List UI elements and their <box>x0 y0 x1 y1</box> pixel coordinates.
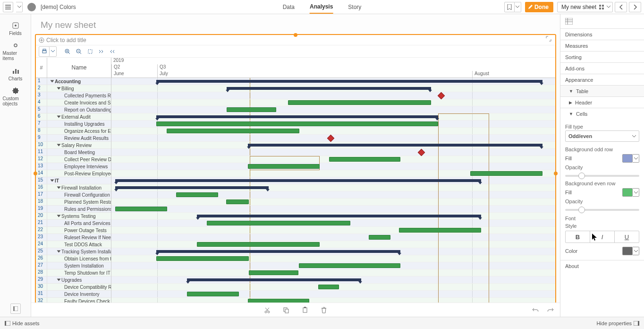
grid-row[interactable]: 15IT <box>36 177 111 184</box>
grid-row[interactable]: 14Post-Review Employee Info <box>36 170 111 177</box>
task-bar[interactable] <box>318 285 339 289</box>
gantt-object[interactable]: Click to add title # <box>35 34 556 313</box>
col-header-name[interactable]: Name <box>47 58 111 78</box>
fill-type-select[interactable]: Odd/even <box>565 130 639 142</box>
grid-row[interactable]: 13Employee Interviews <box>36 163 111 170</box>
grid-row[interactable]: 30Device Compatibility Review <box>36 284 111 291</box>
cut-button[interactable] <box>263 305 272 315</box>
timeline-row[interactable] <box>111 269 555 277</box>
prev-sheet-button[interactable] <box>615 2 627 12</box>
summary-bar[interactable] <box>156 80 542 83</box>
task-bar[interactable] <box>156 121 438 126</box>
section-header[interactable]: ▶Header <box>560 96 644 108</box>
timeline-row[interactable] <box>111 206 555 213</box>
summary-bar[interactable] <box>187 278 361 281</box>
grid-row[interactable]: 6External Audit <box>36 113 111 121</box>
redo-button[interactable] <box>546 305 555 315</box>
grid-row[interactable]: 21All Ports and Services Test <box>36 220 111 227</box>
grid-row[interactable]: 8Organize Access for External <box>36 128 111 135</box>
font-color-picker[interactable] <box>622 247 639 255</box>
delete-button[interactable] <box>319 305 329 315</box>
summary-bar[interactable] <box>115 186 269 189</box>
grid-row[interactable]: 23Ruleset Review If Needed <box>36 234 111 241</box>
summary-bar[interactable] <box>197 215 481 217</box>
summary-bar[interactable] <box>156 250 400 253</box>
copy-button[interactable] <box>281 305 291 315</box>
summary-bar[interactable] <box>115 179 481 182</box>
task-bar[interactable] <box>176 192 218 197</box>
grid-row[interactable]: 27System Installation <box>36 262 111 269</box>
task-bar[interactable] <box>470 171 542 176</box>
print-dropdown[interactable] <box>50 47 56 56</box>
sheet-selector[interactable]: My new sheet <box>557 2 613 12</box>
section-appearance[interactable]: Appearance <box>560 74 644 85</box>
sheet-title[interactable]: My new sheet <box>31 14 560 34</box>
section-cells[interactable]: ▼Cells <box>560 108 644 119</box>
timeline-row[interactable] <box>111 234 555 241</box>
rail-fields[interactable]: Fields <box>3 18 28 39</box>
zoom-out-button[interactable] <box>74 47 84 56</box>
fit-button[interactable] <box>85 47 95 56</box>
summary-bar[interactable] <box>227 87 431 90</box>
expand-button[interactable] <box>546 36 553 43</box>
even-opacity-slider[interactable] <box>565 209 639 211</box>
undo-button[interactable] <box>531 305 540 315</box>
grid-row[interactable]: 9Review Audit Results <box>36 135 111 142</box>
task-bar[interactable] <box>207 221 350 225</box>
grid-row[interactable]: 25Tracking System Installation <box>36 248 111 255</box>
grid-row[interactable]: 2Billing <box>36 85 111 92</box>
task-bar[interactable] <box>248 164 320 169</box>
task-bar[interactable] <box>187 292 239 296</box>
bookmark-dropdown[interactable] <box>515 2 521 12</box>
grid-row[interactable]: 11Board Meeting <box>36 149 111 156</box>
timeline-row[interactable] <box>111 199 555 206</box>
grid-row[interactable]: 17Firewall Configuration <box>36 191 111 199</box>
bold-button[interactable]: B <box>566 231 590 242</box>
grid-row[interactable]: 5Report on Outstanding Collections <box>36 106 111 113</box>
bookmark-button[interactable] <box>504 2 515 12</box>
rail-custom-objects[interactable]: Custom objects <box>3 86 28 107</box>
grid-row[interactable]: 16Firewall Installation <box>36 184 111 191</box>
object-title-bar[interactable]: Click to add title <box>36 35 555 45</box>
section-addons[interactable]: Add-ons <box>560 62 644 74</box>
menu-dropdown[interactable] <box>16 2 23 12</box>
summary-bar[interactable] <box>248 144 542 147</box>
task-bar[interactable] <box>369 235 390 240</box>
task-bar[interactable] <box>197 242 320 247</box>
summary-bar[interactable] <box>156 115 438 118</box>
grid-row[interactable]: 10Salary Review <box>36 142 111 149</box>
task-bar[interactable] <box>288 100 431 105</box>
done-button[interactable]: Done <box>525 2 553 12</box>
odd-opacity-slider[interactable] <box>565 175 639 177</box>
grid-row[interactable]: 19Rules and Permissions Assigned <box>36 206 111 213</box>
grid-row[interactable]: 20Systems Testing <box>36 213 111 220</box>
rail-collapse[interactable] <box>10 303 21 314</box>
odd-color-picker[interactable] <box>622 154 639 163</box>
gantt-timeline[interactable]: 2019 Q2Q3JuneJulyAugust <box>111 58 555 312</box>
task-bar[interactable] <box>329 157 400 162</box>
task-bar[interactable] <box>399 228 481 233</box>
timeline-row[interactable] <box>111 106 555 113</box>
task-bar[interactable] <box>299 263 400 268</box>
collapse-all-button[interactable] <box>108 47 118 56</box>
section-about[interactable]: About <box>560 260 644 271</box>
rail-charts[interactable]: Charts <box>3 63 28 84</box>
grid-row[interactable]: 7Installing Upgrades <box>36 121 111 128</box>
task-bar[interactable] <box>167 129 299 133</box>
timeline-row[interactable] <box>111 227 555 234</box>
grid-row[interactable]: 29Upgrades <box>36 277 111 284</box>
timeline-row[interactable] <box>111 291 555 298</box>
timeline-row[interactable] <box>111 92 555 99</box>
timeline-row[interactable] <box>111 163 555 170</box>
col-header-num[interactable]: # <box>36 58 47 78</box>
task-bar[interactable] <box>249 270 298 275</box>
grid-row[interactable]: 28Temp Shutdown for IT Audit <box>36 269 111 277</box>
hide-properties-button[interactable]: Hide properties <box>596 320 639 326</box>
grid-row[interactable]: 26Obtain Licenses from the Vendor <box>36 255 111 262</box>
timeline-row[interactable] <box>111 149 555 156</box>
underline-button[interactable]: U <box>615 231 639 242</box>
italic-button[interactable]: I <box>590 231 615 242</box>
grid-row[interactable]: 18Planned System Restart <box>36 199 111 206</box>
task-bar[interactable] <box>156 256 249 261</box>
print-button[interactable] <box>39 47 50 56</box>
